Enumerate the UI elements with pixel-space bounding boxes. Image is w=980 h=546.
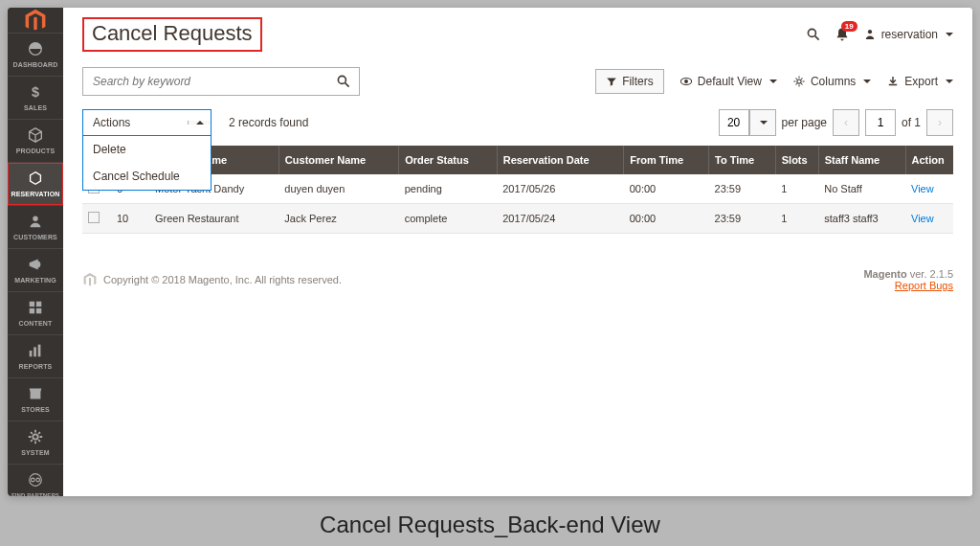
chevron-down-icon [760, 121, 768, 125]
main-content: Cancel Requests 19 reservation Filters D… [63, 8, 972, 496]
blocks-icon [27, 299, 44, 316]
svg-point-18 [684, 80, 687, 83]
svg-rect-8 [33, 347, 36, 356]
cube-icon [27, 126, 44, 144]
data-table: ID Product Name Customer Name Order Stat… [82, 146, 953, 234]
chevron-down-icon [769, 80, 777, 83]
svg-rect-9 [38, 345, 41, 357]
svg-point-13 [36, 478, 40, 482]
dollar-icon: $ [27, 83, 44, 101]
filters-button[interactable]: Filters [595, 69, 664, 94]
svg-rect-6 [36, 308, 41, 313]
svg-point-2 [33, 216, 37, 221]
footer: Copyright © 2018 Magento, Inc. All right… [82, 268, 953, 291]
sidebar-item-partners[interactable]: FIND PARTNERS & EXTENSIONS [8, 464, 63, 496]
pager: per page ‹ of 1 › [719, 109, 953, 136]
sidebar-item-sales[interactable]: $SALES [8, 76, 63, 119]
bars-icon [27, 342, 44, 359]
actions-dropdown[interactable]: Actions Delete Cancel Schedule [82, 109, 212, 136]
svg-point-19 [797, 80, 801, 83]
sidebar-item-products[interactable]: PRODUCTS [8, 119, 63, 162]
chevron-down-icon [946, 33, 953, 36]
svg-point-15 [868, 30, 872, 34]
hexagon-icon [27, 170, 44, 187]
view-link[interactable]: View [911, 183, 934, 194]
notif-badge: 19 [841, 21, 858, 32]
svg-rect-7 [30, 351, 33, 356]
svg-point-14 [808, 29, 815, 36]
sidebar-item-reports[interactable]: REPORTS [8, 334, 63, 377]
sidebar-item-reservation[interactable]: RESERVATION [8, 162, 63, 205]
svg-point-10 [33, 434, 37, 439]
sidebar-item-customers[interactable]: CUSTOMERS [8, 205, 63, 248]
search-submit[interactable] [328, 74, 359, 89]
svg-rect-3 [30, 302, 34, 307]
page-size-input[interactable] [719, 109, 749, 136]
search-input[interactable] [83, 75, 328, 88]
storefront-icon [27, 385, 44, 402]
svg-point-16 [338, 76, 345, 83]
partners-icon [27, 471, 44, 489]
next-page[interactable]: › [926, 109, 953, 136]
sidebar: DASHBOARD $SALES PRODUCTS RESERVATION CU… [8, 8, 63, 496]
view-link[interactable]: View [911, 213, 934, 224]
row-checkbox[interactable] [88, 212, 100, 223]
svg-rect-4 [36, 302, 41, 307]
svg-text:$: $ [32, 84, 39, 100]
megaphone-icon [27, 256, 44, 273]
default-view-button[interactable]: Default View [679, 75, 777, 88]
records-found: 2 records found [229, 116, 308, 129]
sidebar-item-dashboard[interactable]: DASHBOARD [8, 33, 63, 76]
chevron-down-icon [946, 80, 953, 83]
prev-page[interactable]: ‹ [833, 109, 859, 136]
copyright-text: Copyright © 2018 Magento, Inc. All right… [103, 274, 342, 285]
actions-menu: Delete Cancel Schedule [82, 136, 212, 191]
table-row[interactable]: 10 Green Restaurant Jack Perez complete … [82, 204, 953, 234]
sidebar-item-stores[interactable]: STORES [8, 377, 63, 421]
page-size-toggle[interactable] [749, 109, 776, 136]
notifications-button[interactable]: 19 [835, 27, 850, 42]
svg-rect-5 [30, 308, 34, 313]
table-row[interactable]: 6 Motor Yacht Dandy duyen duyen pending … [82, 174, 953, 204]
report-bugs-link[interactable]: Report Bugs [863, 280, 953, 291]
svg-point-12 [32, 478, 35, 482]
user-menu[interactable]: reservation [863, 28, 953, 41]
export-button[interactable]: Export [886, 75, 953, 88]
search-button[interactable] [806, 27, 821, 42]
sidebar-item-system[interactable]: SYSTEM [8, 421, 63, 464]
chevron-down-icon [863, 80, 871, 83]
columns-button[interactable]: Columns [792, 75, 871, 88]
action-delete[interactable]: Delete [83, 136, 211, 163]
action-cancel-schedule[interactable]: Cancel Schedule [83, 163, 211, 190]
sidebar-item-content[interactable]: CONTENT [8, 291, 63, 334]
dashboard-icon [27, 40, 44, 57]
magento-logo[interactable] [8, 8, 63, 33]
gear-icon [27, 428, 44, 445]
page-input[interactable] [865, 109, 896, 136]
search-input-wrap [82, 67, 360, 96]
sidebar-item-marketing[interactable]: MARKETING [8, 248, 63, 291]
page-title: Cancel Requests [82, 17, 262, 52]
caption: Cancel Requests_Back-end View [0, 512, 980, 538]
person-icon [27, 213, 44, 230]
chevron-up-icon[interactable] [188, 121, 211, 125]
